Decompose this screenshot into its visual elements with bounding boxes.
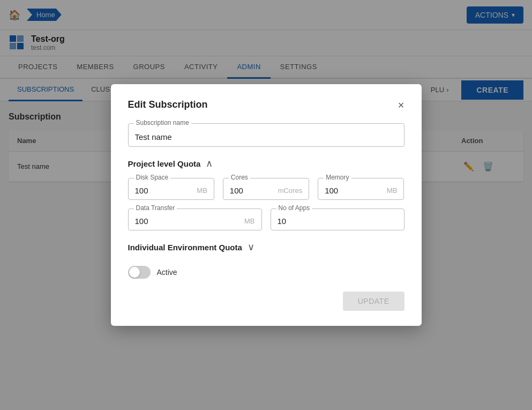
no-of-apps-value: 10 [278, 217, 287, 226]
memory-unit: MB [387, 187, 398, 195]
no-of-apps-label: No of Apps [276, 204, 312, 212]
memory-label: Memory [324, 174, 351, 181]
subscription-name-container: Subscription name [128, 123, 404, 147]
active-toggle[interactable] [128, 266, 151, 279]
modal-title: Edit Subscription [128, 99, 208, 110]
edit-subscription-modal: Edit Subscription × Subscription name Pr… [111, 84, 422, 326]
individual-env-quota-heading: Individual Environment Quota ∨ [128, 241, 404, 253]
active-toggle-row: Active [128, 266, 404, 279]
collapse-icon[interactable]: ∧ [206, 158, 213, 169]
disk-space-field: Disk Space 100 MB [128, 178, 214, 200]
data-transfer-label: Data Transfer [134, 204, 177, 212]
subscription-name-label: Subscription name [134, 119, 191, 126]
disk-space-label: Disk Space [134, 174, 171, 181]
cores-label: Cores [229, 174, 250, 181]
memory-value: 100 [325, 186, 338, 195]
subscription-name-field: Subscription name [128, 123, 404, 147]
active-label: Active [157, 268, 177, 277]
project-quota-title: Project level Quota [128, 159, 201, 168]
memory-field: Memory 100 MB [318, 178, 404, 200]
no-of-apps-field: No of Apps 10 [271, 208, 404, 230]
project-quota-heading: Project level Quota ∧ [128, 158, 404, 169]
close-button[interactable]: × [398, 100, 404, 110]
modal-overlay: Edit Subscription × Subscription name Pr… [0, 0, 532, 410]
toggle-knob [129, 267, 140, 278]
disk-space-value: 100 [135, 186, 148, 195]
data-transfer-value: 100 [135, 217, 148, 226]
cores-unit: mCores [278, 187, 303, 195]
disk-space-unit: MB [197, 187, 207, 195]
update-button[interactable]: UPDATE [343, 292, 404, 311]
modal-header: Edit Subscription × [128, 99, 404, 110]
modal-footer: UPDATE [128, 292, 404, 311]
quota-grid-bottom: Data Transfer 100 MB No of Apps 10 [128, 208, 404, 230]
data-transfer-field: Data Transfer 100 MB [128, 208, 262, 230]
quota-grid-top: Disk Space 100 MB Cores 100 mCores Memor… [128, 178, 404, 200]
expand-icon[interactable]: ∨ [248, 241, 254, 253]
cores-value: 100 [230, 186, 243, 195]
individual-env-title: Individual Environment Quota [128, 243, 242, 252]
cores-field: Cores 100 mCores [223, 178, 309, 200]
subscription-name-input[interactable] [135, 132, 398, 141]
data-transfer-unit: MB [244, 217, 255, 225]
